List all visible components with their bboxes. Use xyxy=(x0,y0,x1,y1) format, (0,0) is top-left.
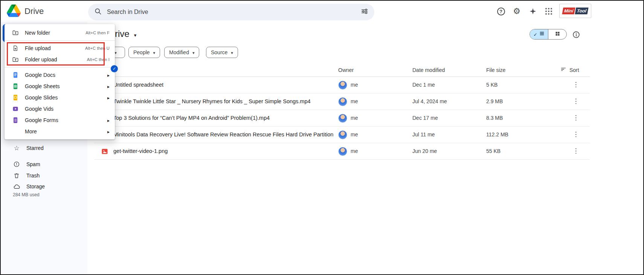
filter-chip-source[interactable]: Source xyxy=(206,47,238,58)
list-view-icon xyxy=(539,31,545,38)
more-actions-icon[interactable] xyxy=(571,97,581,105)
sidebar-item-label: Storage xyxy=(26,183,45,189)
view-toggle xyxy=(530,29,567,40)
search-input[interactable] xyxy=(107,9,361,15)
google-sheets-icon xyxy=(12,83,19,89)
grid-view-button[interactable] xyxy=(548,29,566,39)
date-modified: Dec 1 me xyxy=(412,82,435,88)
menu-item-label: File upload xyxy=(25,45,51,51)
file-size: 55 KB xyxy=(486,148,501,154)
menu-divider xyxy=(5,40,115,41)
more-actions-icon[interactable] xyxy=(571,147,581,155)
file-row[interactable]: Twinkle Twinkle Little Star _ Nursery Rh… xyxy=(94,93,590,110)
file-list-header: Owner Date modified File size Sort xyxy=(94,64,590,77)
owner-label: me xyxy=(351,82,358,88)
file-row[interactable]: get-twitter-video-1.png me Jun 20 me 55 … xyxy=(94,143,590,160)
file-list: Owner Date modified File size Sort Untit… xyxy=(94,64,590,160)
menu-item-google-vids[interactable]: Google Vids xyxy=(5,103,115,115)
owner-label: me xyxy=(351,115,358,121)
drive-logo-icon xyxy=(7,5,21,18)
file-name: Top 3 Solutions for “Can’t Play MP4 on A… xyxy=(113,115,270,121)
owner-avatar xyxy=(338,130,347,139)
file-name: Minitools Data Recovery Live! Software R… xyxy=(113,131,335,138)
list-view-button[interactable] xyxy=(530,29,548,39)
submenu-arrow-icon xyxy=(107,117,110,123)
sidebar-item-label: Trash xyxy=(26,173,40,179)
date-modified: Jul 11 me xyxy=(412,131,435,138)
details-info-icon[interactable] xyxy=(572,30,581,39)
gemini-sparkle-icon[interactable] xyxy=(528,6,538,17)
submenu-arrow-icon xyxy=(107,72,110,78)
sidebar-item-starred[interactable]: Starred xyxy=(4,142,84,154)
filter-chip-label: Source xyxy=(211,49,227,55)
cloud-icon xyxy=(13,183,20,190)
chevron-down-icon xyxy=(114,49,117,55)
date-modified: Dec 17 me xyxy=(412,115,438,121)
date-modified: Jul 4, 2024 me xyxy=(412,98,447,104)
submenu-arrow-icon xyxy=(107,95,110,101)
menu-item-google-docs[interactable]: Google Docs xyxy=(5,69,115,81)
menu-item-label: Folder upload xyxy=(25,57,57,63)
filter-chip-people[interactable]: People xyxy=(128,47,160,58)
drive-home-link[interactable]: Drive xyxy=(7,4,44,19)
search-icon xyxy=(94,8,102,17)
column-header-owner[interactable]: Owner xyxy=(338,67,354,73)
column-header-file-size[interactable]: File size xyxy=(486,67,505,73)
menu-item-label: Google Sheets xyxy=(25,83,60,89)
minitool-mini-text: Mini xyxy=(562,8,575,14)
menu-item-folder-upload[interactable]: Folder upload Alt+C then I xyxy=(5,54,115,65)
minitool-extension-logo[interactable]: Mini Tool xyxy=(559,4,591,18)
owner-avatar xyxy=(338,114,347,123)
help-icon[interactable]: ? xyxy=(496,6,506,17)
settings-gear-icon[interactable] xyxy=(511,6,522,17)
menu-item-more[interactable]: More xyxy=(5,126,115,137)
sort-icon xyxy=(560,66,566,73)
spam-icon xyxy=(13,161,20,168)
owner-label: me xyxy=(351,131,358,138)
sidebar-item-trash[interactable]: Trash xyxy=(4,170,84,181)
filter-chip-modified[interactable]: Modified xyxy=(164,47,199,58)
more-actions-icon[interactable] xyxy=(571,130,581,138)
menu-item-new-folder[interactable]: New folder Alt+C then F xyxy=(5,27,115,38)
chevron-down-icon xyxy=(192,49,195,55)
menu-item-google-sheets[interactable]: Google Sheets xyxy=(5,81,115,92)
owner-avatar xyxy=(338,147,347,156)
more-actions-icon[interactable] xyxy=(571,81,581,89)
sort-control[interactable]: Sort xyxy=(560,66,579,73)
column-header-date-modified[interactable]: Date modified xyxy=(412,67,445,73)
selected-check-icon xyxy=(111,65,118,72)
owner-avatar xyxy=(338,81,347,90)
file-name: Twinkle Twinkle Little Star _ Nursery Rh… xyxy=(113,98,311,104)
date-modified: Jun 20 me xyxy=(412,148,437,154)
file-row[interactable]: Minitools Data Recovery Live! Software R… xyxy=(94,127,590,143)
file-size: 8.3 MB xyxy=(486,115,503,121)
chevron-down-icon xyxy=(134,29,137,39)
sidebar-item-storage[interactable]: Storage xyxy=(4,181,84,192)
file-name: get-twitter-video-1.png xyxy=(113,148,168,154)
sidebar-item-label: Starred xyxy=(26,145,44,151)
menu-item-label: Google Docs xyxy=(25,72,55,78)
app-title: Drive xyxy=(24,6,44,16)
menu-item-google-slides[interactable]: Google Slides xyxy=(5,92,115,103)
menu-item-shortcut: Alt+C then U xyxy=(85,46,110,50)
grid-view-icon xyxy=(555,31,560,38)
menu-item-file-upload[interactable]: File upload Alt+C then U xyxy=(5,43,115,54)
image-file-icon xyxy=(101,148,108,155)
chevron-down-icon xyxy=(231,49,233,55)
search-options-icon[interactable] xyxy=(361,8,368,17)
file-row[interactable]: Untitled spreadsheet me Dec 1 me 5 KB xyxy=(94,77,590,93)
owner-avatar xyxy=(338,97,347,106)
filter-chip-label: People xyxy=(133,49,150,55)
folder-upload-icon xyxy=(12,56,19,63)
menu-item-google-forms[interactable]: Google Forms xyxy=(5,115,115,126)
file-name: Untitled spreadsheet xyxy=(113,82,163,88)
search-bar[interactable] xyxy=(88,4,374,20)
minitool-tool-text: Tool xyxy=(575,8,588,14)
file-row[interactable]: Top 3 Solutions for “Can’t Play MP4 on A… xyxy=(94,110,590,127)
trash-icon xyxy=(13,172,20,179)
more-actions-icon[interactable] xyxy=(571,114,581,122)
google-apps-grid-icon[interactable] xyxy=(543,6,554,17)
submenu-arrow-icon xyxy=(107,83,110,89)
owner-label: me xyxy=(351,98,358,104)
sidebar-item-spam[interactable]: Spam xyxy=(4,159,84,170)
